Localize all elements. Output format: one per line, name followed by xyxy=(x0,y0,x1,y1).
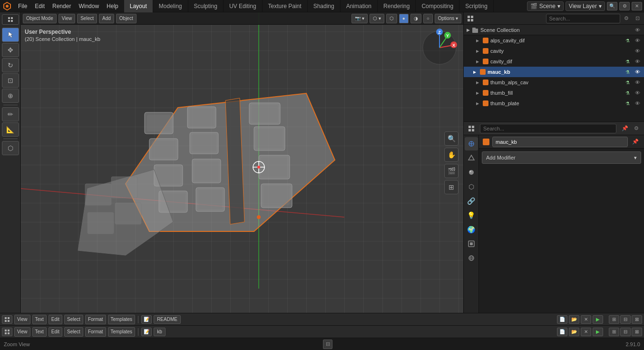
bottom-bar-1-view[interactable]: View xyxy=(14,315,30,324)
prop-icon-mesh[interactable] xyxy=(465,151,478,165)
bottom-bar-1-format[interactable]: Format xyxy=(85,315,106,324)
menu-render[interactable]: Render xyxy=(49,0,75,12)
outliner-search-input[interactable] xyxy=(546,14,621,23)
bottom-bar-2-run[interactable]: ▶ xyxy=(593,328,603,336)
bottom-bar-2-view[interactable]: View xyxy=(14,327,30,337)
bottom-bar-1-new[interactable]: 📄 xyxy=(557,315,567,324)
bottom-bar-2-format[interactable]: Format xyxy=(85,327,106,337)
close-icon-top[interactable]: ✕ xyxy=(632,2,642,10)
annotate-tool[interactable]: ✏ xyxy=(2,107,19,121)
bottom-bar-2-open[interactable]: 📂 xyxy=(569,328,579,336)
item-1-vis[interactable]: 👁 xyxy=(634,48,641,54)
prop-lock-icon[interactable]: 📌 xyxy=(631,137,640,147)
scene-selector[interactable]: 🎬 Scene ▾ xyxy=(527,1,564,11)
vp-view-btn[interactable]: View xyxy=(59,14,76,23)
tab-layout[interactable]: Layout xyxy=(124,0,153,12)
outliner-editor-type[interactable] xyxy=(466,14,475,23)
vp-object-btn[interactable]: Object xyxy=(116,14,137,23)
add-modifier-btn[interactable]: Add Modifier ▾ xyxy=(482,151,641,164)
prop-icon-scene[interactable] xyxy=(465,237,478,250)
bottom-bar-2-close[interactable]: ✕ xyxy=(581,328,591,336)
viewport-pan[interactable]: ✋ xyxy=(444,148,459,162)
status-icon-btn[interactable]: ⊟ xyxy=(323,340,332,349)
outliner-item-4[interactable]: ▶ thumb_alps_cav ⚗ 👁 xyxy=(464,77,644,88)
outliner-item-0[interactable]: ▶ alps_cavity_dif ⚗ 👁 xyxy=(464,35,644,46)
bottom-bar-1-close[interactable]: ✕ xyxy=(581,315,591,324)
properties-filter-icon[interactable]: ⚙ xyxy=(632,124,641,133)
menu-help[interactable]: Help xyxy=(103,0,122,12)
bottom-bar-1-text[interactable]: Text xyxy=(32,315,47,324)
tab-modeling[interactable]: Modeling xyxy=(153,0,188,12)
properties-editor-type[interactable] xyxy=(467,124,476,133)
item-6-vis[interactable]: 👁 xyxy=(634,100,641,106)
bottom-bar-1-run[interactable]: ▶ xyxy=(593,315,603,324)
outliner-item-6[interactable]: ▶ thumb_plate ⚗ 👁 xyxy=(464,98,644,109)
viewport-quad[interactable]: ⊞ xyxy=(444,180,459,194)
tab-sculpting[interactable]: Sculpting xyxy=(188,0,224,12)
outliner-filter-icon[interactable]: ⚙ xyxy=(622,14,631,23)
outliner-item-3[interactable]: ▶ mauc_kb ⚗ 👁 xyxy=(464,67,644,77)
vp-object-mode-btn[interactable]: Object Mode xyxy=(23,14,57,23)
prop-icon-particles[interactable]: ⬡ xyxy=(465,180,478,193)
editor-type-btn[interactable] xyxy=(2,14,19,25)
prop-icon-world[interactable] xyxy=(465,251,478,265)
bottom-bar-2-edit[interactable]: Edit xyxy=(49,327,62,337)
bottom-bar-2-layout-2[interactable]: ⊟ xyxy=(620,328,631,336)
tab-uv-editing[interactable]: UV Editing xyxy=(224,0,263,12)
rotate-tool[interactable]: ↻ xyxy=(2,58,19,72)
vp-shading-wire[interactable]: ⬡ xyxy=(386,14,397,23)
object-name-input[interactable] xyxy=(492,137,628,147)
vp-options-btn[interactable]: Options ▾ xyxy=(435,14,461,23)
cursor-tool[interactable] xyxy=(2,28,19,42)
prop-icon-physics[interactable]: 🔗 xyxy=(465,194,478,208)
menu-edit[interactable]: Edit xyxy=(31,0,49,12)
vp-add-btn[interactable]: Add xyxy=(99,14,114,23)
viewport-zoom-in[interactable]: 🔍 xyxy=(444,131,459,146)
viewport-camera[interactable]: 🎬 xyxy=(444,164,459,178)
bottom-bar-2-templates[interactable]: Templates xyxy=(108,327,136,337)
prop-icon-object-data[interactable]: 🌍 xyxy=(465,223,478,236)
vp-select-btn[interactable]: Select xyxy=(77,14,97,23)
move-tool[interactable]: ✥ xyxy=(2,43,19,57)
item-4-vis[interactable]: 👁 xyxy=(634,80,641,85)
item-2-vis[interactable]: 👁 xyxy=(634,59,641,64)
bottom-bar-2-select[interactable]: Select xyxy=(64,327,83,337)
scale-tool[interactable]: ⊡ xyxy=(2,73,19,88)
bottom-bar-2-layout-3[interactable]: ⊠ xyxy=(632,328,642,336)
tab-compositing[interactable]: Compositing xyxy=(416,0,459,12)
bottom-bar-1-layout-1[interactable]: ⊞ xyxy=(609,315,619,324)
prop-icon-wrench[interactable] xyxy=(465,137,478,150)
bottom-bar-2-layout-1[interactable]: ⊞ xyxy=(609,328,619,336)
bottom-bar-1-layout-2[interactable]: ⊟ xyxy=(620,315,631,324)
scene-collection-vis[interactable]: 👁 xyxy=(634,27,641,33)
vp-shading-solid[interactable]: ● xyxy=(399,14,409,23)
transform-tool[interactable]: ⊕ xyxy=(2,89,19,103)
bottom-bar-2-editor-type[interactable] xyxy=(2,328,12,336)
properties-search-input[interactable] xyxy=(480,124,616,133)
bottom-bar-2-text[interactable]: Text xyxy=(32,327,47,337)
search-icon-top[interactable]: 🔍 xyxy=(607,2,617,10)
bottom-bar-1-editor-type[interactable] xyxy=(2,315,12,324)
vp-camera-toggle[interactable]: 📷 ▾ xyxy=(351,14,368,23)
viewport-3d[interactable]: Object Mode View Select Add Object 📷 ▾ ⬡… xyxy=(21,12,463,313)
outliner-item-1[interactable]: ▶ cavity 👁 xyxy=(464,46,644,56)
outliner-item-2[interactable]: ▶ cavity_dif ⚗ 👁 xyxy=(464,56,644,67)
bottom-bar-1-edit[interactable]: Edit xyxy=(49,315,62,324)
item-5-vis[interactable]: 👁 xyxy=(634,90,641,96)
vp-shading-material[interactable]: ◑ xyxy=(410,14,421,23)
bottom-bar-1-open[interactable]: 📂 xyxy=(569,315,579,324)
measure-tool[interactable]: 📐 xyxy=(2,122,19,137)
item-0-vis[interactable]: 👁 xyxy=(634,38,641,43)
bottom-bar-2-file-type-icon[interactable]: 📝 xyxy=(141,328,152,336)
tab-shading[interactable]: Shading xyxy=(308,0,341,12)
properties-pin-icon[interactable]: 📌 xyxy=(620,124,630,133)
bottom-bar-1-layout-3[interactable]: ⊠ xyxy=(632,315,642,324)
item-3-vis[interactable]: 👁 xyxy=(634,69,641,75)
view-layer-selector[interactable]: View Layer ▾ xyxy=(566,1,605,11)
outliner-expand-icon[interactable]: ⊡ xyxy=(633,14,642,23)
prop-icon-material[interactable] xyxy=(465,166,478,179)
outliner-item-5[interactable]: ▶ thumb_fill ⚗ 👁 xyxy=(464,88,644,98)
menu-file[interactable]: File xyxy=(14,0,31,12)
menu-window[interactable]: Window xyxy=(75,0,103,12)
tab-scripting[interactable]: Scripting xyxy=(459,0,494,12)
